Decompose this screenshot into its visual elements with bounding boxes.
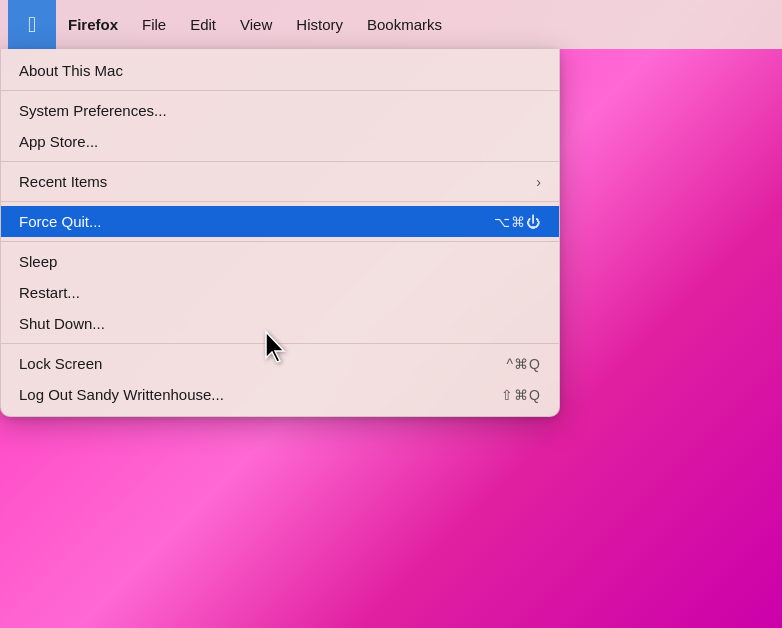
lock-screen-shortcut: ^⌘Q <box>507 356 541 372</box>
menu-item-about[interactable]: About This Mac <box>1 55 559 86</box>
menu-item-shut-down[interactable]: Shut Down... <box>1 308 559 339</box>
menubar-item-view[interactable]: View <box>228 0 284 49</box>
menu-item-app-store[interactable]: App Store... <box>1 126 559 157</box>
menubar:  Firefox File Edit View History Bookmar… <box>0 0 782 49</box>
menu-item-system-prefs[interactable]: System Preferences... <box>1 95 559 126</box>
menu-item-sleep[interactable]: Sleep <box>1 246 559 277</box>
menu-item-log-out[interactable]: Log Out Sandy Writtenhouse... ⇧⌘Q <box>1 379 559 410</box>
apple-menu-button[interactable]:  <box>8 0 56 49</box>
separator-5 <box>1 343 559 344</box>
log-out-shortcut: ⇧⌘Q <box>501 387 541 403</box>
separator-4 <box>1 241 559 242</box>
menubar-item-file[interactable]: File <box>130 0 178 49</box>
menu-item-lock-screen[interactable]: Lock Screen ^⌘Q <box>1 348 559 379</box>
apple-dropdown-menu: About This Mac System Preferences... App… <box>0 49 560 417</box>
menu-item-restart[interactable]: Restart... <box>1 277 559 308</box>
menubar-item-history[interactable]: History <box>284 0 355 49</box>
menubar-item-firefox[interactable]: Firefox <box>56 0 130 49</box>
submenu-arrow-icon: › <box>536 174 541 190</box>
menu-item-recent-items[interactable]: Recent Items › <box>1 166 559 197</box>
menubar-item-bookmarks[interactable]: Bookmarks <box>355 0 454 49</box>
apple-logo-icon:  <box>28 12 36 38</box>
separator-3 <box>1 201 559 202</box>
separator-1 <box>1 90 559 91</box>
menubar-item-edit[interactable]: Edit <box>178 0 228 49</box>
menu-item-force-quit[interactable]: Force Quit... ⌥⌘⏻ <box>1 206 559 237</box>
force-quit-shortcut: ⌥⌘⏻ <box>494 214 541 230</box>
separator-2 <box>1 161 559 162</box>
